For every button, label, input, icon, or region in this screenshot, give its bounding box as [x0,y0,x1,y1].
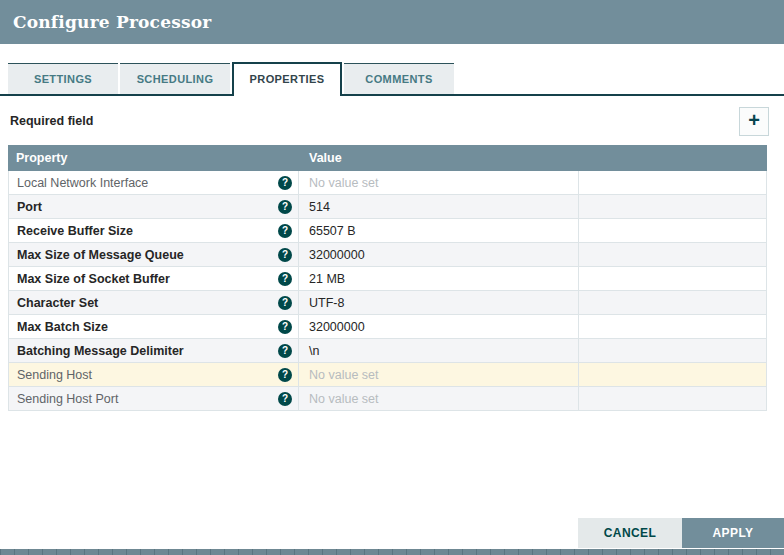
row-extra-cell [579,195,766,218]
row-max-batch-size[interactable]: Max Batch Size ? 32000000 [9,315,766,339]
help-icon[interactable]: ? [278,248,292,262]
help-icon[interactable]: ? [278,392,292,406]
row-extra-cell [579,291,766,314]
tab-properties[interactable]: PROPERTIES [232,62,342,96]
row-receive-buffer-size[interactable]: Receive Buffer Size ? 65507 B [9,219,766,243]
help-icon[interactable]: ? [278,272,292,286]
canvas-grid [0,549,784,555]
property-name: Max Size of Message Queue [17,248,184,262]
property-value[interactable]: No value set [299,387,579,410]
property-value[interactable]: No value set [299,363,579,386]
help-icon[interactable]: ? [278,344,292,358]
tab-settings[interactable]: SETTINGS [8,63,118,94]
property-value[interactable]: 21 MB [299,267,579,290]
dialog-title: Configure Processor [0,0,784,44]
property-value[interactable]: 32000000 [299,315,579,338]
help-icon[interactable]: ? [278,320,292,334]
row-sending-host[interactable]: Sending Host ? No value set [9,363,766,387]
tab-comments[interactable]: COMMENTS [344,63,454,94]
required-field-label: Required field [10,114,93,128]
table-header-row: Property Value [8,145,767,171]
column-header-value: Value [299,151,342,165]
property-name: Batching Message Delimiter [17,344,184,358]
help-icon[interactable]: ? [278,200,292,214]
row-extra-cell [579,339,766,362]
property-name: Max Batch Size [17,320,108,334]
row-extra-cell [579,315,766,338]
help-icon[interactable]: ? [278,176,292,190]
property-value[interactable]: 514 [299,195,579,218]
help-icon[interactable]: ? [278,368,292,382]
tab-scheduling[interactable]: SCHEDULING [120,63,230,94]
row-batching-message-delimiter[interactable]: Batching Message Delimiter ? \n [9,339,766,363]
property-value[interactable]: No value set [299,171,579,194]
row-local-network-interface[interactable]: Local Network Interface ? No value set [9,171,766,195]
row-port[interactable]: Port ? 514 [9,195,766,219]
cancel-button[interactable]: CANCEL [578,518,682,548]
help-icon[interactable]: ? [278,296,292,310]
property-name: Character Set [17,296,98,310]
row-extra-cell [579,243,766,266]
row-extra-cell [579,219,766,242]
column-header-property: Property [8,151,299,165]
apply-button[interactable]: APPLY [682,518,784,548]
properties-table: Property Value Local Network Interface ?… [8,145,767,411]
property-name: Sending Host [17,368,92,382]
add-property-button[interactable]: + [739,107,769,136]
help-icon[interactable]: ? [278,224,292,238]
property-value[interactable]: \n [299,339,579,362]
property-name: Local Network Interface [17,176,148,190]
row-character-set[interactable]: Character Set ? UTF-8 [9,291,766,315]
tabbar-underline [0,94,784,96]
plus-icon: + [748,109,760,131]
row-extra-cell [579,171,766,194]
property-name: Port [17,200,42,214]
property-name: Sending Host Port [17,392,118,406]
row-max-size-of-socket-buffer[interactable]: Max Size of Socket Buffer ? 21 MB [9,267,766,291]
row-max-size-of-message-queue[interactable]: Max Size of Message Queue ? 32000000 [9,243,766,267]
row-sending-host-port[interactable]: Sending Host Port ? No value set [9,387,766,411]
property-name: Receive Buffer Size [17,224,133,238]
row-extra-cell [579,267,766,290]
property-value[interactable]: UTF-8 [299,291,579,314]
row-extra-cell [579,387,766,410]
row-extra-cell [579,363,766,386]
property-value[interactable]: 32000000 [299,243,579,266]
property-name: Max Size of Socket Buffer [17,272,170,286]
property-value[interactable]: 65507 B [299,219,579,242]
